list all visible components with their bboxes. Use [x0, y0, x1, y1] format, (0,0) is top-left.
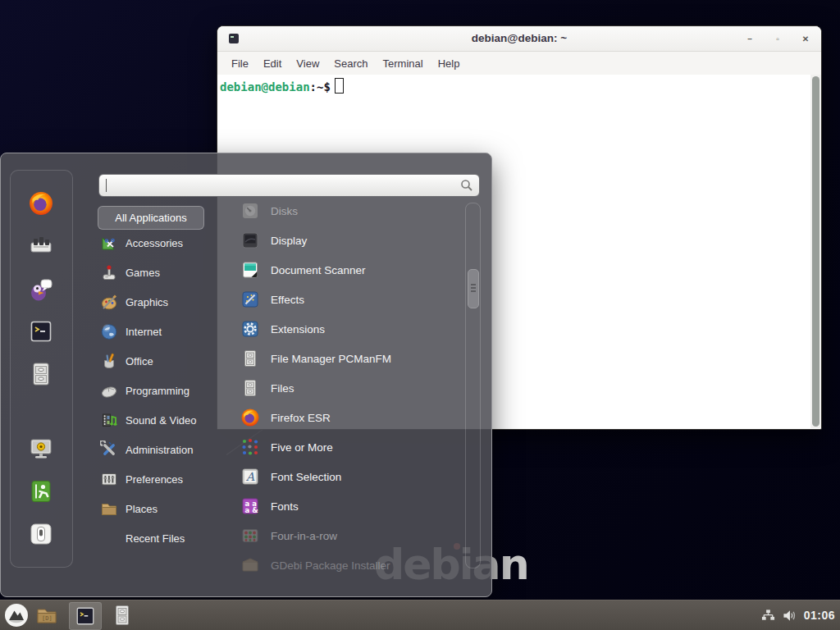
taskbar-clock[interactable]: 01:06 — [804, 609, 835, 622]
app-label: Firefox ESR — [271, 412, 331, 424]
shut-down-icon[interactable] — [28, 521, 54, 547]
disks-icon — [240, 201, 260, 221]
app-row-firefox-esr[interactable]: Firefox ESR — [240, 406, 457, 429]
category-sound-video[interactable]: Sound & Video — [100, 410, 223, 430]
app-row-gdebi-package-installer[interactable]: GDebi Package Installer — [240, 554, 457, 577]
programming-icon — [100, 381, 118, 399]
app-label: GDebi Package Installer — [271, 559, 390, 572]
app-label: Document Scanner — [271, 264, 366, 276]
administration-icon — [100, 441, 118, 459]
terminal-menubar: File Edit View Search Terminal Help — [217, 52, 821, 75]
maximize-button[interactable]: ▫ — [772, 34, 783, 43]
minimize-button[interactable]: – — [744, 34, 756, 43]
app-row-display[interactable]: Display — [240, 229, 457, 252]
taskbar-terminal-window-button[interactable] — [69, 602, 102, 630]
svg-text:a &: a & — [245, 506, 259, 514]
app-label: Extensions — [271, 323, 325, 336]
app-row-disks[interactable]: Disks — [240, 199, 457, 222]
app-label: Font Selection — [271, 471, 341, 483]
app-row-four-in-a-row[interactable]: Four-in-a-row — [240, 524, 457, 547]
category-label: Accessories — [126, 237, 183, 249]
menu-button[interactable] — [4, 603, 29, 628]
applications-menu: All Applications Accessories Games Graph… — [0, 153, 492, 597]
app-row-extensions[interactable]: Extensions — [240, 317, 457, 340]
category-accessories[interactable]: Accessories — [100, 233, 223, 253]
gdebi-package-installer-icon — [240, 555, 260, 575]
terminal-scrollbar[interactable] — [810, 75, 821, 428]
menu-terminal[interactable]: Terminal — [377, 55, 429, 72]
svg-text:[D]: [D] — [42, 615, 52, 622]
menu-help[interactable]: Help — [432, 55, 466, 72]
app-row-five-or-more[interactable]: Five or More — [240, 436, 457, 459]
file-manager-icon[interactable] — [28, 361, 54, 387]
menu-scrollbar-thumb[interactable] — [468, 269, 479, 308]
file-cabinet-launcher-icon[interactable] — [111, 604, 134, 627]
accessories-icon — [100, 234, 118, 252]
network-icon[interactable] — [761, 609, 775, 623]
category-recent-files[interactable]: Recent Files — [100, 528, 249, 548]
preferences-icon — [100, 470, 118, 488]
volume-mixer-icon[interactable] — [28, 233, 54, 259]
app-row-document-scanner[interactable]: Document Scanner — [240, 258, 457, 281]
menu-view[interactable]: View — [290, 55, 325, 72]
prompt-path: :~$ — [310, 80, 331, 94]
sound-video-icon — [100, 411, 118, 429]
menu-file[interactable]: File — [226, 55, 254, 72]
category-preferences[interactable]: Preferences — [100, 469, 223, 489]
category-places[interactable]: Places — [100, 499, 223, 518]
pidgin-messenger-icon[interactable] — [28, 276, 54, 302]
category-label: Programming — [126, 385, 189, 397]
terminal-scrollbar-thumb[interactable] — [812, 76, 819, 427]
app-label: Fonts — [271, 500, 299, 513]
app-label: Display — [271, 235, 307, 247]
app-label: File Manager PCManFM — [271, 353, 391, 365]
games-icon — [100, 263, 118, 281]
terminal-window-title: debian@debian: ~ — [217, 26, 821, 51]
font-selection-icon: A — [240, 467, 260, 486]
category-label: Games — [126, 267, 160, 279]
category-graphics[interactable]: Graphics — [100, 292, 223, 312]
app-label: Disks — [271, 205, 298, 217]
category-label: Office — [126, 355, 153, 368]
category-label: Recent Files — [126, 532, 185, 545]
firefox-icon[interactable] — [28, 190, 54, 217]
close-button[interactable]: ✕ — [800, 34, 811, 43]
taskbar: [D] 01:06 — [0, 600, 840, 630]
category-all-applications[interactable]: All Applications — [98, 206, 204, 230]
app-row-files[interactable]: Files — [240, 377, 457, 399]
category-office[interactable]: Office — [100, 351, 223, 371]
volume-icon[interactable] — [783, 609, 797, 623]
category-administration[interactable]: Administration — [100, 440, 223, 459]
menu-scrollbar-track[interactable] — [465, 203, 481, 568]
app-row-file-manager-pcmanfm[interactable]: File Manager PCManFM — [240, 347, 457, 370]
menu-search[interactable]: Search — [328, 55, 373, 72]
menu-edit[interactable]: Edit — [258, 55, 287, 72]
document-scanner-icon — [240, 260, 260, 280]
office-icon — [100, 352, 118, 370]
category-label: Graphics — [126, 296, 168, 308]
app-row-fonts[interactable]: a aa & Fonts — [240, 495, 457, 518]
five-or-more-icon — [240, 437, 260, 457]
four-in-a-row-icon — [240, 526, 260, 546]
log-out-icon[interactable] — [28, 478, 54, 504]
folder-launcher-icon[interactable]: [D] — [35, 604, 58, 627]
search-input[interactable] — [106, 176, 454, 194]
terminal-titlebar[interactable]: debian@debian: ~ – ▫ ✕ — [217, 26, 821, 52]
display-icon — [240, 231, 260, 250]
places-icon — [100, 500, 118, 518]
category-label: Administration — [126, 444, 193, 456]
terminal-launcher-icon[interactable] — [28, 318, 54, 345]
category-label: Places — [126, 503, 158, 515]
app-label: Effects — [271, 294, 304, 306]
category-games[interactable]: Games — [100, 262, 223, 282]
category-label: Sound & Video — [126, 414, 197, 427]
menu-search-box — [98, 174, 480, 197]
app-label: Four-in-a-row — [271, 530, 337, 542]
internet-icon — [100, 322, 118, 340]
prompt-user-host: debian@debian — [220, 80, 310, 94]
category-programming[interactable]: Programming — [100, 381, 223, 400]
app-row-effects[interactable]: Effects — [240, 288, 457, 311]
app-row-font-selection[interactable]: A Font Selection — [240, 465, 457, 488]
lock-screen-icon[interactable] — [28, 436, 54, 462]
category-internet[interactable]: Internet — [100, 322, 223, 341]
